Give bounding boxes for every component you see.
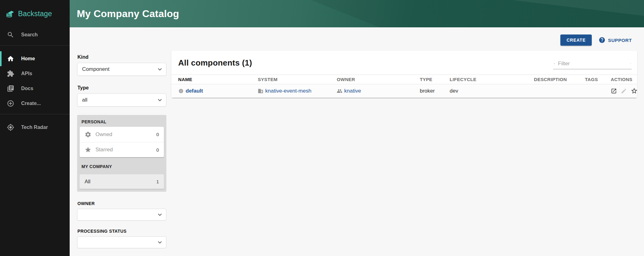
sidebar-nav: Search Home APIs Docs Create... (0, 27, 70, 135)
column-header-lifecycle[interactable]: LIFECYCLE (450, 77, 534, 82)
system-domain-icon (258, 88, 263, 94)
column-header-owner[interactable]: OWNER (337, 77, 420, 82)
kind-select[interactable]: Component (77, 63, 166, 76)
table-row: default knative-event-mesh knative broke… (171, 84, 637, 98)
brand-name: Backstage (18, 10, 52, 18)
column-header-system[interactable]: SYSTEM (258, 77, 337, 82)
table-filter (553, 59, 632, 69)
cell-name: default (171, 88, 258, 94)
sidebar-item-search[interactable]: Search (0, 27, 70, 42)
actions-row: CREATE SUPPORT (560, 34, 632, 46)
page-title: My Company Catalog (70, 0, 644, 27)
component-chip-icon (178, 88, 184, 94)
column-header-actions: ACTIONS (611, 77, 639, 82)
system-link[interactable]: knative-event-mesh (265, 88, 311, 94)
catalog-title: All components (1) (178, 58, 252, 68)
type-select[interactable]: all (77, 94, 166, 107)
cell-owner: knative (337, 88, 420, 94)
owner-group-icon (337, 88, 342, 94)
star-icon (85, 146, 91, 153)
backstage-logo[interactable]: Backstage (0, 0, 70, 27)
filter-list-icon (554, 60, 555, 67)
create-button[interactable]: CREATE (560, 34, 592, 46)
edit-icon[interactable] (621, 88, 627, 94)
column-header-type[interactable]: TYPE (420, 77, 450, 82)
page-header: My Company Catalog (70, 0, 644, 27)
chevron-down-icon (156, 66, 164, 73)
sidebar-divider (0, 45, 70, 46)
sidebar-item-docs[interactable]: Docs (0, 81, 70, 96)
home-icon (7, 55, 14, 62)
my-company-header: MY COMPANY (80, 157, 164, 171)
chevron-down-icon (156, 239, 164, 246)
filter-starred[interactable]: Starred 0 (80, 142, 164, 157)
sidebar-item-label: Tech Radar (21, 125, 48, 130)
catalog-table: NAME SYSTEM OWNER TYPE LIFECYCLE DESCRIP… (171, 75, 637, 98)
filter-owned[interactable]: Owned 0 (80, 127, 164, 142)
processing-status-label: PROCESSING STATUS (77, 229, 166, 234)
cell-type: broker (420, 88, 450, 94)
catalog-card: All components (1) NAME SYSTEM OWNER TYP… (171, 51, 637, 98)
entity-link-default[interactable]: default (186, 88, 203, 94)
starred-label: Starred (95, 147, 156, 153)
filters-panel: Kind Component Type all PERSONAL Owned (77, 51, 166, 248)
sidebar-item-home[interactable]: Home (0, 51, 70, 66)
owner-link[interactable]: knative (344, 88, 361, 94)
cell-actions (611, 87, 644, 94)
owner-select[interactable] (77, 209, 166, 221)
help-icon (599, 37, 605, 43)
chevron-down-icon (156, 211, 164, 218)
catalog-card-header: All components (1) (171, 51, 637, 69)
open-in-new-icon[interactable] (611, 88, 617, 94)
entity-picker-card: PERSONAL Owned 0 Starred 0 MY (77, 115, 166, 192)
gear-icon (85, 131, 91, 138)
star-border-icon[interactable] (631, 87, 638, 94)
owner-filter-label: OWNER (77, 201, 166, 206)
kind-label: Kind (77, 54, 166, 60)
radar-icon (7, 124, 14, 131)
personal-header: PERSONAL (80, 117, 164, 127)
sidebar-item-label: Create... (21, 101, 41, 106)
owned-count: 0 (156, 132, 159, 137)
sidebar-divider (0, 114, 70, 114)
type-select-value: all (82, 97, 87, 103)
all-label: All (85, 179, 156, 185)
docs-icon (7, 85, 14, 92)
sidebar-item-label: Docs (21, 86, 33, 91)
type-label: Type (77, 85, 166, 91)
sidebar-item-label: Home (21, 56, 35, 62)
support-button[interactable]: SUPPORT (599, 37, 632, 43)
chevron-down-icon (156, 96, 164, 104)
column-header-name[interactable]: NAME (171, 77, 258, 82)
search-icon (7, 31, 14, 39)
personal-picker: Owned 0 Starred 0 (80, 127, 164, 157)
sidebar-item-label: APIs (21, 71, 32, 76)
filter-all[interactable]: All 1 (80, 174, 164, 189)
column-header-tags[interactable]: TAGS (585, 77, 611, 82)
column-header-description[interactable]: DESCRIPTION (534, 77, 585, 82)
backstage-logo-icon (6, 9, 16, 19)
clear-filter-icon[interactable] (630, 60, 631, 67)
kind-select-value: Component (82, 66, 109, 72)
owned-label: Owned (95, 131, 156, 138)
table-header-row: NAME SYSTEM OWNER TYPE LIFECYCLE DESCRIP… (171, 75, 637, 84)
sidebar: Backstage Search Home APIs Docs (0, 0, 70, 256)
cell-system: knative-event-mesh (258, 88, 337, 94)
main-area: My Company Catalog CREATE SUPPORT Kind C… (70, 0, 644, 256)
starred-count: 0 (156, 147, 159, 153)
app-root: Backstage Search Home APIs Docs (0, 0, 644, 256)
sidebar-item-tech-radar[interactable]: Tech Radar (0, 120, 70, 135)
processing-status-select[interactable] (77, 236, 166, 248)
support-label: SUPPORT (608, 38, 632, 43)
content-area: CREATE SUPPORT Kind Component Type all (70, 27, 644, 256)
puzzle-icon (7, 70, 14, 77)
add-circle-icon (7, 100, 14, 107)
table-filter-input[interactable] (558, 61, 627, 67)
cell-lifecycle: dev (450, 88, 534, 94)
sidebar-item-create[interactable]: Create... (0, 96, 70, 111)
all-count: 1 (156, 179, 159, 184)
sidebar-item-apis[interactable]: APIs (0, 66, 70, 81)
sidebar-item-label: Search (21, 32, 38, 38)
